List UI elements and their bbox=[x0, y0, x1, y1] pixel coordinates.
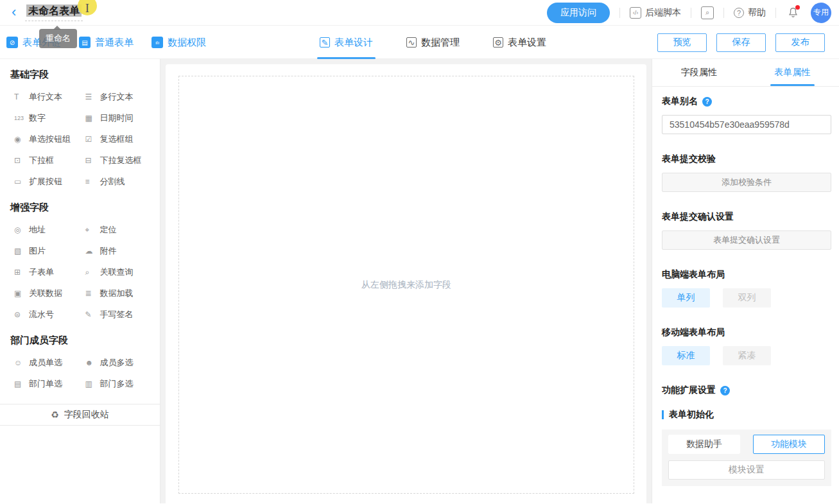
field-item-attachment[interactable]: ☁附件 bbox=[85, 240, 157, 261]
field-label: 多行文本 bbox=[100, 91, 134, 103]
map-pin-icon: ◎ bbox=[14, 225, 27, 234]
divider bbox=[691, 8, 691, 18]
field-label: 数字 bbox=[29, 112, 46, 124]
field-label: 成员多选 bbox=[100, 357, 134, 369]
field-item-single-line-text[interactable]: T单行文本 bbox=[14, 86, 85, 107]
field-item-signature[interactable]: ✎手写签名 bbox=[85, 304, 157, 325]
data-assistant-button[interactable]: 数据助手 bbox=[668, 435, 740, 454]
save-button[interactable]: 保存 bbox=[716, 33, 766, 52]
pc-layout-label: 电脑端表单布局 bbox=[662, 269, 831, 281]
form-title-field[interactable]: 未命名表单 bbox=[25, 4, 83, 21]
normal-form-label: 普通表单 bbox=[95, 37, 134, 49]
search-doc-icon: ⌕ bbox=[85, 268, 98, 277]
backend-script-button[interactable]: ‹/› 后端脚本 bbox=[630, 7, 681, 19]
field-item-subform[interactable]: ⊞子表单 bbox=[14, 261, 85, 282]
field-label: 分割线 bbox=[100, 176, 125, 187]
function-module-button[interactable]: 功能模块 bbox=[753, 435, 825, 454]
form-properties-content: 表单别名 ? 表单提交校验 添加校验条件 表单提交确认设置 表单提交确认设置 电… bbox=[652, 96, 839, 503]
mobile-layout-standard[interactable]: 标准 bbox=[662, 346, 710, 365]
help-button[interactable]: ? 帮助 bbox=[734, 7, 766, 19]
tab-form-settings[interactable]: ⚙ 表单设置 bbox=[493, 26, 546, 59]
multi-line-text-icon: ☰ bbox=[85, 92, 98, 101]
form-designer-app: ‹ 未命名表单 I 重命名 应用访问 ‹/› 后端脚本 ⌕ ? 帮助 bbox=[0, 0, 839, 504]
alias-help-icon[interactable]: ? bbox=[702, 97, 712, 107]
field-item-related-data[interactable]: ▣关联数据 bbox=[14, 282, 85, 304]
form-init-section: 表单初始化 bbox=[662, 409, 831, 421]
extension-help-icon[interactable]: ? bbox=[720, 386, 730, 395]
serial-icon: ⊜ bbox=[14, 310, 27, 319]
field-item-radio-group[interactable]: ◉单选按钮组 bbox=[14, 128, 85, 150]
add-validation-button[interactable]: 添加校验条件 bbox=[662, 173, 831, 192]
tab-form-properties[interactable]: 表单属性 bbox=[746, 59, 839, 86]
single-line-text-icon: T bbox=[14, 92, 27, 101]
field-item-dept-single[interactable]: ▤部门单选 bbox=[14, 373, 85, 394]
form-title[interactable]: 未命名表单 bbox=[26, 4, 82, 17]
field-item-location[interactable]: ⌖定位 bbox=[85, 219, 157, 240]
notifications-button[interactable] bbox=[787, 6, 799, 19]
field-label: 成员单选 bbox=[29, 357, 62, 369]
section-member-fields: 部门成员字段 bbox=[10, 335, 150, 347]
field-recycle-bin-button[interactable]: ♻ 字段回收站 bbox=[0, 404, 160, 426]
field-palette-sidebar: 基础字段 T单行文本 ☰多行文本 123数字 ▦日期时间 ◉单选按钮组 ☑复选框… bbox=[0, 59, 160, 503]
help-icon: ? bbox=[734, 8, 744, 18]
field-item-divider[interactable]: ≡分割线 bbox=[85, 171, 157, 192]
data-permission-button[interactable]: ılı 数据权限 bbox=[151, 37, 206, 49]
field-item-dropdown-multi[interactable]: ⊟下拉复选框 bbox=[85, 150, 157, 171]
properties-tabs: 字段属性 表单属性 bbox=[652, 59, 839, 87]
form-alias-label: 表单别名 bbox=[662, 96, 698, 107]
audit-log-icon[interactable]: ⌕ bbox=[701, 6, 714, 19]
linked-data-icon: ▣ bbox=[14, 289, 27, 298]
pc-layout-single-column[interactable]: 单列 bbox=[662, 288, 710, 308]
app-access-button[interactable]: 应用访问 bbox=[547, 3, 610, 23]
field-item-multi-line-text[interactable]: ☰多行文本 bbox=[85, 86, 157, 107]
member-fields-grid: ☺成员单选 ☻成员多选 ▤部门单选 ▥部门多选 bbox=[0, 352, 160, 394]
tab-field-properties[interactable]: 字段属性 bbox=[652, 59, 746, 86]
back-icon[interactable]: ‹ bbox=[12, 6, 16, 19]
checkbox-icon: ☑ bbox=[85, 135, 98, 144]
help-label: 帮助 bbox=[748, 7, 766, 19]
field-item-checkbox-group[interactable]: ☑复选框组 bbox=[85, 128, 157, 150]
normal-form-button[interactable]: ▤ 普通表单 bbox=[79, 37, 134, 49]
avatar[interactable]: 专用 bbox=[811, 3, 831, 23]
field-item-address[interactable]: ◎地址 bbox=[14, 219, 85, 240]
department-icon: ▤ bbox=[14, 379, 27, 388]
field-item-dept-multi[interactable]: ▥部门多选 bbox=[85, 373, 157, 394]
module-settings-button[interactable]: 模块设置 bbox=[668, 460, 825, 480]
form-alias-input[interactable] bbox=[662, 115, 831, 134]
publish-button[interactable]: 发布 bbox=[775, 33, 825, 52]
field-item-datetime[interactable]: ▦日期时间 bbox=[85, 107, 157, 128]
tab-data-management[interactable]: ∿ 数据管理 bbox=[406, 26, 460, 59]
enhanced-fields-grid: ◎地址 ⌖定位 ▧图片 ☁附件 ⊞子表单 ⌕关联查询 ▣关联数据 ≣数据加载 ⊜… bbox=[0, 219, 160, 325]
dropdown-icon: ⊡ bbox=[14, 156, 27, 165]
dropdown-multi-icon: ⊟ bbox=[85, 156, 98, 165]
tab-form-design[interactable]: ✎ 表单设计 bbox=[320, 26, 373, 59]
tab-form-settings-label: 表单设置 bbox=[508, 37, 546, 49]
subform-icon: ⊞ bbox=[14, 268, 27, 277]
field-label: 定位 bbox=[100, 224, 117, 236]
cursor-highlight: I bbox=[78, 0, 97, 15]
person-icon: ☺ bbox=[14, 358, 27, 367]
field-item-extend-button[interactable]: ▭扩展按钮 bbox=[14, 171, 85, 192]
field-item-image[interactable]: ▧图片 bbox=[14, 240, 85, 261]
field-item-number[interactable]: 123数字 bbox=[14, 107, 85, 128]
number-icon: 123 bbox=[14, 115, 27, 121]
form-init-label: 表单初始化 bbox=[669, 409, 714, 421]
submit-confirm-button[interactable]: 表单提交确认设置 bbox=[662, 230, 831, 250]
field-item-data-load[interactable]: ≣数据加载 bbox=[85, 282, 157, 304]
field-label: 图片 bbox=[29, 245, 46, 257]
section-bar bbox=[662, 410, 664, 419]
center-tabs: ✎ 表单设计 ∿ 数据管理 ⚙ 表单设置 bbox=[320, 26, 580, 59]
main-area: 基础字段 T单行文本 ☰多行文本 123数字 ▦日期时间 ◉单选按钮组 ☑复选框… bbox=[0, 59, 839, 503]
field-item-serial-number[interactable]: ⊜流水号 bbox=[14, 304, 85, 325]
mobile-layout-compact[interactable]: 紧凑 bbox=[723, 346, 771, 365]
spacer bbox=[740, 435, 753, 454]
field-item-member-single[interactable]: ☺成员单选 bbox=[14, 352, 85, 373]
pc-layout-double-column[interactable]: 双列 bbox=[723, 288, 771, 308]
section-enhanced-fields: 增强字段 bbox=[10, 202, 150, 214]
preview-button[interactable]: 预览 bbox=[657, 33, 707, 52]
data-management-icon: ∿ bbox=[406, 37, 417, 48]
field-dropzone[interactable]: 从左侧拖拽来添加字段 bbox=[178, 76, 634, 494]
field-item-dropdown[interactable]: ⊡下拉框 bbox=[14, 150, 85, 171]
field-item-member-multi[interactable]: ☻成员多选 bbox=[85, 352, 157, 373]
field-item-related-query[interactable]: ⌕关联查询 bbox=[85, 261, 157, 282]
